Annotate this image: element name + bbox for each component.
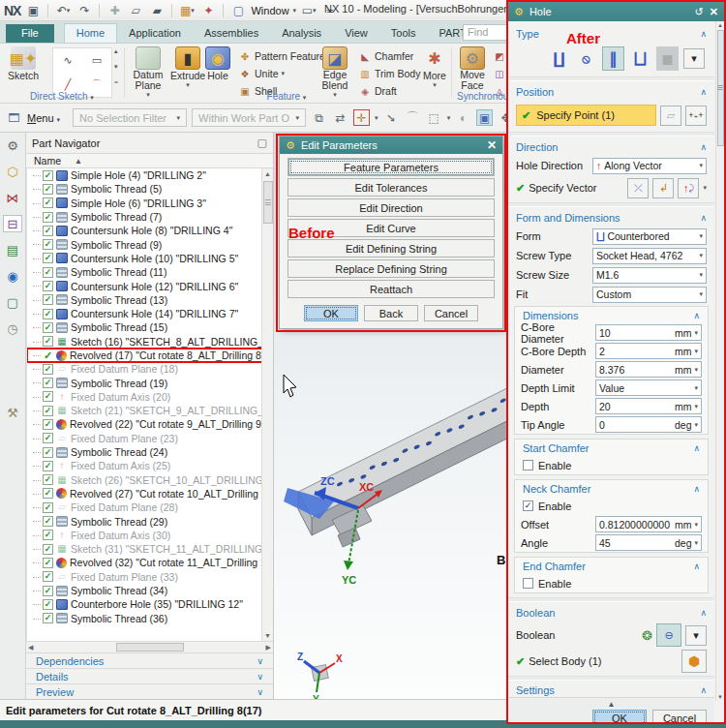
dialog-title-bar[interactable]: ⚙ Hole ↺ ✕ [508,2,724,21]
hole-direction-dropdown[interactable]: ↑ Along Vector ▾ [592,158,707,174]
point-dialog-button[interactable]: +₊+ [685,106,707,126]
select-curve-icon[interactable]: ➘ [383,109,400,126]
tab-view[interactable]: View [333,24,379,43]
vector-caret-icon[interactable]: ▾ [703,184,707,192]
boolean-section-header[interactable]: Boolean∧ [508,604,714,622]
feature-parameters-button[interactable]: Feature Parameters [287,158,495,176]
dropdown-caret-icon[interactable]: ▾ [694,521,698,529]
inferred-vector-icon[interactable]: ⤫ [627,178,649,198]
tree-row[interactable]: ✓Symbolic Thread (13) [27,293,273,307]
rectangle-select-icon[interactable]: ⬚ [426,109,442,126]
scroll-up-icon[interactable]: ▲ [717,22,723,28]
tree-row[interactable]: ✓Sketch (16) "SKETCH_8_ALT_DRILLING_8" [27,335,273,349]
checkbox-icon[interactable]: ✓ [43,226,53,236]
tree-column-header[interactable]: Name ▲ [26,153,273,168]
form-dimensions-section-header[interactable]: Form and Dimensions∧ [508,209,714,227]
neck-chamfer-section-header[interactable]: Neck Chamfer∧ [515,480,708,497]
boolean-more-button[interactable]: ▾ [685,625,707,646]
tree-row[interactable]: ✓Symbolic Thread (29) [27,514,273,528]
redo-icon[interactable]: ↷ [76,3,93,18]
tree-row[interactable]: ✓Revolved (32) "Cut rotate 11_ALT_Drilli… [27,556,273,569]
part-box-icon[interactable]: ▦▾ [178,3,196,18]
checkbox-icon[interactable]: ✓ [43,571,53,582]
selection-scope-dropdown[interactable]: Within Work Part O▾ [192,108,306,127]
tab-home[interactable]: Home [64,23,117,43]
scroll-down-icon[interactable]: ▼ [264,632,271,639]
checkbox-icon[interactable]: ✓ [43,586,53,596]
type-more-button[interactable]: ▾ [683,48,705,69]
c-bore-diameter-input[interactable]: 10mm▾ [595,324,702,341]
enable-checkbox[interactable]: ✓ [523,500,533,511]
enable-checkbox[interactable] [523,460,533,470]
checkbox-icon[interactable]: ✓ [43,294,53,305]
tree-row[interactable]: ✓Countersunk Hole (8) "DRILLING 4" [27,224,273,237]
snap-point-icon[interactable]: ✛ [353,109,370,126]
tip-angle-input[interactable]: 0deg▾ [595,416,702,433]
screw-size-dropdown[interactable]: M1.6▾ [592,267,707,284]
dependencies-section[interactable]: Dependencies∨ [26,652,273,668]
tree-row[interactable]: ✓Countersunk Hole (12) "DRILLING 6" [27,279,273,292]
tree-row[interactable]: ✓Sketch (31) "SKETCH_11_ALT_DRILLING_11" [27,542,273,556]
checkbox-icon[interactable]: ✓ [43,461,53,471]
dropdown-caret-icon[interactable]: ▾ [694,384,698,392]
tree-row[interactable]: ✓Simple Hole (4) "DRILLING 2" [27,168,273,182]
checkbox-icon[interactable]: ✓ [43,184,53,195]
back-button[interactable]: Back [364,305,418,321]
dropdown-caret-icon[interactable]: ▾ [694,403,698,410]
unite-option-icon[interactable]: ❂ [642,628,652,643]
close-icon[interactable]: ✕ [710,6,718,18]
diameter-input[interactable]: 8.376mm▾ [595,361,702,378]
tab-assemblies[interactable]: Assemblies [193,24,270,43]
settings-section-header[interactable]: Settings∧ [508,682,714,697]
tree-row[interactable]: ✓Symbolic Thread (9) [27,237,273,251]
reattach-button[interactable]: Reattach [287,280,495,298]
chain-select-icon[interactable]: ⧉ [311,109,327,126]
dialog-title-bar[interactable]: ⚙ Edit Parameters ✕ [280,136,502,154]
tree-row[interactable]: ✓Symbolic Thread (36) [27,612,273,625]
dropdown-caret-icon[interactable]: ▾ [699,290,703,298]
form-dropdown[interactable]: ⨆Counterbored▾ [592,228,707,245]
ok-button[interactable]: OK [304,305,358,321]
checkbox-icon[interactable]: ✓ [43,197,53,208]
checkbox-icon[interactable]: ✓ [43,447,53,458]
reuse-library-icon[interactable]: ▤ [3,241,22,258]
checkbox-icon[interactable]: ✓ [43,212,53,223]
drill-size-hole-icon[interactable]: ⦸ [575,46,597,71]
tree-row[interactable]: ✓Sketch (21) "SKETCH_9_ALT_DRILLING_9" [27,404,273,417]
selection-filter-dropdown[interactable]: No Selection Filter▾ [73,108,187,127]
checkbox-icon[interactable]: ✓ [43,391,53,402]
tree-row[interactable]: ✓Countersunk Hole (10) "DRILLING 5" [27,252,273,265]
tree-row[interactable]: ✓Countersunk Hole (14) "DRILLING 7" [27,307,273,320]
dropdown-caret-icon[interactable]: ▾ [699,252,703,259]
threaded-hole-icon[interactable]: ⨆ [629,46,651,71]
tab-file[interactable]: File [6,24,54,43]
tree-row[interactable]: ✓Sketch (26) "SKETCH_10_ALT_DRILLING_10" [27,473,273,487]
tree-row[interactable]: ✓Symbolic Thread (15) [27,320,273,334]
tree-row[interactable]: ✓Symbolic Thread (5) [27,182,273,196]
collapse-dialog-icon[interactable]: ▲ [516,700,707,710]
checkbox-icon[interactable]: ✓ [43,502,53,513]
checkbox-icon[interactable]: ✓ [43,530,53,540]
history-icon[interactable]: ▢ [3,293,22,311]
group-label[interactable]: Direct Sketch ▾ [0,91,124,102]
depth-limit-input[interactable]: Value▾ [595,379,702,396]
enable-checkbox[interactable] [523,578,533,589]
checkbox-icon[interactable]: ✓ [43,544,53,555]
reverse-direction-icon[interactable]: ↑⤸ [678,178,699,198]
tree-row[interactable]: ✓Symbolic Thread (19) [27,376,273,389]
reset-icon[interactable]: ↺ [695,6,704,18]
vector-dialog-icon[interactable]: ↲ [652,178,674,198]
new-window-icon[interactable]: ▭▾ [300,3,318,18]
tree-row[interactable]: ✓Symbolic Thread (11) [27,265,273,279]
panel-scrollbar[interactable]: ▲ ☰ ▼ [715,21,724,701]
checkbox-icon[interactable]: ✓ [43,488,53,499]
tree-horizontal-scrollbar[interactable]: ◀ ▶ [26,641,273,652]
edit-tolerances-button[interactable]: Edit Tolerances [287,178,495,197]
tree-row[interactable]: ✓Symbolic Thread (34) [27,584,273,597]
fit-dropdown[interactable]: Custom▾ [592,287,707,303]
checkbox-icon[interactable]: ✓ [43,170,53,181]
tree-vertical-scrollbar[interactable]: ▲ ☰ ▼ [261,168,273,641]
tree-row[interactable]: ✓Simple Hole (6) "DRILLING 3" [27,197,273,210]
angle-input[interactable]: 45deg▾ [595,534,702,551]
window-icon[interactable]: ▢ [229,3,247,18]
